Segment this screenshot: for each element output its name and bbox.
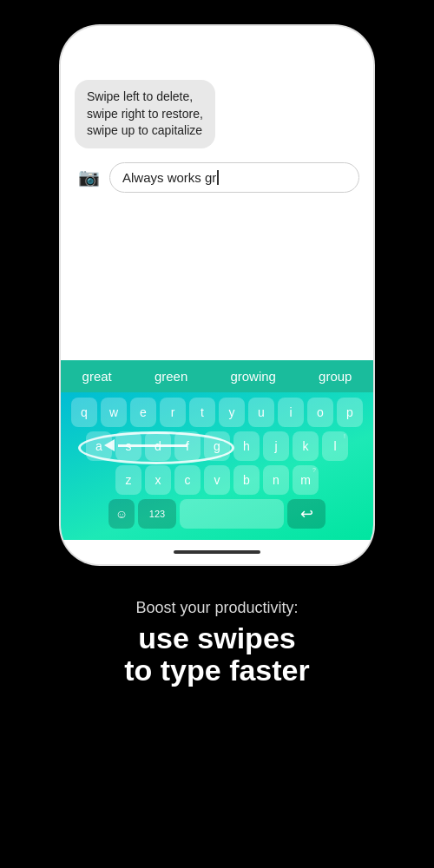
key-f[interactable]: f [174, 431, 201, 461]
key-row-2: a s d f g h j k l! [66, 431, 368, 461]
message-bubble: Swipe left to delete, swipe right to res… [75, 80, 215, 148]
suggestion-1[interactable]: great [76, 367, 119, 385]
key-l[interactable]: l! [322, 431, 348, 461]
input-text: Always works gr [122, 170, 216, 185]
key-i[interactable]: i [278, 398, 304, 427]
text-input[interactable]: Always works gr [109, 162, 359, 193]
autocomplete-bar: great green growing group [61, 360, 373, 392]
key-u[interactable]: u [248, 398, 274, 427]
key-d[interactable]: d [145, 431, 171, 461]
numbers-label: 123 [149, 509, 165, 519]
key-r[interactable]: r [160, 398, 186, 427]
key-q[interactable]: q [71, 398, 97, 427]
phone-top [61, 26, 373, 69]
key-a[interactable]: a [86, 431, 112, 461]
key-row-bottom: ☺ 123 ↩ [66, 499, 368, 529]
camera-emoji: 📷 [78, 167, 100, 187]
key-c[interactable]: c [174, 465, 201, 495]
camera-icon[interactable]: 📷 [75, 163, 102, 191]
suggestion-2[interactable]: green [148, 367, 194, 385]
key-return[interactable]: ↩ [287, 499, 326, 529]
phone-bottom [61, 540, 373, 564]
key-j[interactable]: j [263, 431, 289, 461]
key-e[interactable]: e [130, 398, 156, 427]
key-x[interactable]: x [145, 465, 171, 495]
boost-label: Boost your productivity: [124, 599, 310, 617]
key-p[interactable]: p [337, 398, 363, 427]
message-text: Swipe left to delete, swipe right to res… [87, 89, 203, 137]
emoji-icon: ☺ [115, 507, 128, 521]
message-area: Swipe left to delete, swipe right to res… [61, 69, 373, 360]
key-t[interactable]: t [189, 398, 215, 427]
swipes-label: use swipes [124, 622, 310, 654]
key-space[interactable] [180, 499, 284, 529]
key-numbers[interactable]: 123 [138, 499, 176, 529]
key-m[interactable]: m? [293, 465, 319, 495]
bottom-section: Boost your productivity: use swipes to t… [89, 564, 345, 705]
key-o[interactable]: o [307, 398, 333, 427]
cursor [217, 170, 222, 185]
key-h[interactable]: h [233, 431, 260, 461]
phone-shell: Swipe left to delete, swipe right to res… [61, 26, 373, 564]
suggestion-4[interactable]: group [312, 367, 358, 385]
key-g[interactable]: g [204, 431, 230, 461]
key-v[interactable]: v [204, 465, 230, 495]
key-y[interactable]: y [219, 398, 245, 427]
key-b[interactable]: b [233, 465, 260, 495]
key-w[interactable]: w [101, 398, 127, 427]
return-icon: ↩ [300, 504, 313, 523]
suggestion-3[interactable]: growing [223, 367, 283, 385]
key-row-1: q w e r t y u i o p [66, 398, 368, 427]
key-z[interactable]: z [115, 465, 141, 495]
keyboard-area: q w e r t y u i o p a s d f g h j [61, 392, 373, 540]
key-k[interactable]: k [293, 431, 319, 461]
key-row-3: z x c v b n m? [66, 465, 368, 495]
key-emoji[interactable]: ☺ [108, 499, 135, 529]
key-n[interactable]: n [263, 465, 289, 495]
key-s[interactable]: s [115, 431, 141, 461]
input-row: 📷 Always works gr [75, 157, 359, 196]
faster-label: to type faster [124, 654, 310, 687]
home-indicator [174, 550, 260, 554]
